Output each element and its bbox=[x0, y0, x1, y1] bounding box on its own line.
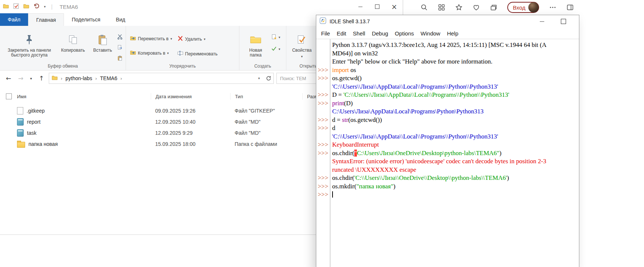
shell-line: >>>os.mkdir("папка новая") bbox=[316, 182, 579, 191]
shell-line: >>>os.getcwd() bbox=[316, 74, 579, 83]
easy-access-button[interactable]: ▾ bbox=[271, 46, 280, 52]
shell-line: C:\Users\Лиза\AppData\Local\Programs\Pyt… bbox=[316, 107, 579, 116]
folder-icon bbox=[17, 142, 25, 148]
paste-icon bbox=[98, 33, 108, 47]
menu-shell[interactable]: Shell bbox=[350, 30, 368, 37]
shell-line: 'C:\\Users\\Лиза\\AppData\\Local\\Progra… bbox=[316, 83, 579, 91]
copy-to-button[interactable]: Копировать в ▾ bbox=[130, 50, 172, 56]
pin-to-quick-access-button[interactable]: Закрепить на панели быстрого доступа bbox=[2, 33, 57, 58]
quick-access-toolbar: ▾ | bbox=[3, 3, 54, 10]
menu-options[interactable]: Options bbox=[392, 30, 418, 37]
column-header-type[interactable]: Тип bbox=[230, 93, 302, 100]
shell-line: >>>import os bbox=[316, 66, 579, 75]
shell-line: >>>print(D) bbox=[316, 99, 579, 108]
delete-button[interactable]: Удалить ▾ bbox=[177, 35, 218, 42]
file-name: папка новая bbox=[28, 141, 58, 147]
new-item-button[interactable]: ▾ bbox=[271, 34, 280, 41]
idle-minimize-button[interactable] bbox=[535, 15, 549, 28]
rename-button[interactable]: Переименовать bbox=[177, 51, 218, 57]
copy-label: Копировать bbox=[61, 48, 85, 53]
file-name: .gitkeep bbox=[27, 108, 45, 114]
file-date: 12.09.2025 10:40 bbox=[151, 119, 230, 125]
properties-button[interactable]: Свойства ▾ bbox=[288, 33, 316, 59]
more-options-icon[interactable] bbox=[549, 4, 556, 11]
file-icon bbox=[17, 107, 23, 114]
idle-maximize-button[interactable] bbox=[556, 15, 571, 28]
favorites-star-icon[interactable] bbox=[455, 4, 463, 11]
group-label-create: Создать bbox=[241, 63, 284, 70]
breadcrumb-python-labs[interactable]: python-labs bbox=[65, 75, 92, 81]
file-name: report bbox=[27, 119, 41, 125]
copy-path-icon[interactable] bbox=[117, 45, 123, 52]
window-title: ТЕМА6 bbox=[59, 4, 78, 10]
refresh-icon[interactable] bbox=[264, 73, 273, 83]
shell-line: 'C:\\Users\\Лиза\\AppData\\Local\\Progra… bbox=[316, 133, 579, 141]
qat-chevron-down-icon[interactable]: ▾ bbox=[44, 5, 46, 8]
qat-new-folder-icon[interactable] bbox=[23, 3, 29, 10]
file-type: Файл "MD" bbox=[230, 119, 302, 125]
apps-grid-icon[interactable] bbox=[438, 4, 445, 11]
paste-shortcut-icon[interactable] bbox=[117, 55, 123, 62]
menu-window[interactable]: Window bbox=[417, 30, 443, 37]
new-folder-icon bbox=[250, 33, 262, 47]
shell-line: >>>d bbox=[316, 124, 579, 133]
collections-icon[interactable] bbox=[490, 4, 497, 11]
new-folder-label: Новая папка bbox=[243, 48, 268, 58]
up-icon[interactable]: ↑ bbox=[37, 75, 46, 82]
cut-icon[interactable] bbox=[117, 34, 123, 41]
breadcrumb-chevron[interactable]: › bbox=[120, 76, 122, 81]
window-controls: × bbox=[352, 0, 403, 13]
file-date: 09.09.2025 19:26 bbox=[151, 108, 230, 114]
easy-access-icon bbox=[271, 46, 277, 52]
qat-separator: | bbox=[51, 4, 53, 10]
menu-edit[interactable]: Edit bbox=[333, 30, 350, 37]
tab-view[interactable]: Вид bbox=[108, 13, 133, 26]
signin-button[interactable]: Вход bbox=[507, 2, 539, 13]
minimize-button[interactable] bbox=[352, 0, 369, 13]
delete-label: Удалить bbox=[185, 37, 202, 42]
shell-lines: Python 3.13.7 (tags/v3.13.7:bcee1c3, Aug… bbox=[316, 41, 579, 199]
paste-button[interactable]: Вставить bbox=[89, 33, 116, 53]
file-date: 15.09.2025 18:00 bbox=[151, 141, 230, 147]
shell-line: MD64)] on win32 bbox=[316, 49, 579, 58]
menu-file[interactable]: File bbox=[318, 30, 333, 37]
column-header-date[interactable]: Дата изменения bbox=[151, 93, 230, 100]
idle-app-icon bbox=[320, 17, 326, 25]
menu-help[interactable]: Help bbox=[444, 30, 462, 37]
tab-share[interactable]: Поделиться bbox=[64, 13, 108, 26]
rename-label: Переименовать bbox=[185, 51, 218, 57]
history-chevron-down-icon[interactable]: ▾ bbox=[28, 76, 34, 81]
file-type: Файл "GITKEEP" bbox=[230, 108, 302, 114]
chevron-down-icon: ▾ bbox=[301, 54, 303, 59]
tab-file[interactable]: Файл bbox=[0, 13, 28, 26]
qat-properties-check-icon[interactable] bbox=[13, 3, 19, 10]
select-all-checkbox[interactable] bbox=[6, 93, 12, 99]
browser-essentials-icon[interactable] bbox=[473, 4, 480, 11]
copy-button[interactable]: Копировать bbox=[57, 33, 89, 53]
sidebar-toggle-icon[interactable] bbox=[566, 4, 574, 11]
rename-icon bbox=[177, 51, 183, 57]
breadcrumb-chevron[interactable]: › bbox=[95, 76, 97, 81]
new-folder-button[interactable]: Новая папка bbox=[241, 33, 270, 58]
shell-line: Enter "help" below or click "Help" above… bbox=[316, 58, 579, 66]
breadcrumb-tema6[interactable]: ТЕМА6 bbox=[100, 75, 117, 81]
shell-editor[interactable]: Python 3.13.7 (tags/v3.13.7:bcee1c3, Aug… bbox=[316, 39, 579, 267]
idle-window: IDLE Shell 3.13.7 FileEditShellDebugOpti… bbox=[316, 15, 579, 267]
shell-line: >>>os.chdir('C:\\Users\\Лиза\\OneDrive\\… bbox=[316, 174, 579, 182]
back-icon[interactable]: ← bbox=[4, 75, 13, 82]
menu-debug[interactable]: Debug bbox=[368, 30, 391, 37]
chevron-down-icon: ▾ bbox=[204, 37, 206, 41]
address-dropdown-icon[interactable]: ▾ bbox=[254, 73, 264, 83]
desktop: ▾ | ТЕМА6 × Файл Главная Поделиться Вид bbox=[0, 0, 644, 267]
move-to-button[interactable]: Переместить в ▾ bbox=[130, 35, 172, 42]
close-button[interactable]: × bbox=[386, 0, 403, 13]
explorer-titlebar: ▾ | ТЕМА6 × bbox=[0, 0, 403, 13]
column-header-name[interactable]: Имя bbox=[15, 93, 151, 100]
maximize-button[interactable] bbox=[369, 0, 386, 13]
search-icon[interactable] bbox=[420, 4, 428, 11]
address-box[interactable]: › python-labs › ТЕМА6 › ▾ bbox=[49, 73, 274, 84]
edge-toolbar: Вход bbox=[403, 0, 644, 15]
tab-home[interactable]: Главная bbox=[28, 13, 64, 26]
qat-undo-icon[interactable] bbox=[34, 3, 40, 10]
copy-icon bbox=[68, 33, 79, 47]
